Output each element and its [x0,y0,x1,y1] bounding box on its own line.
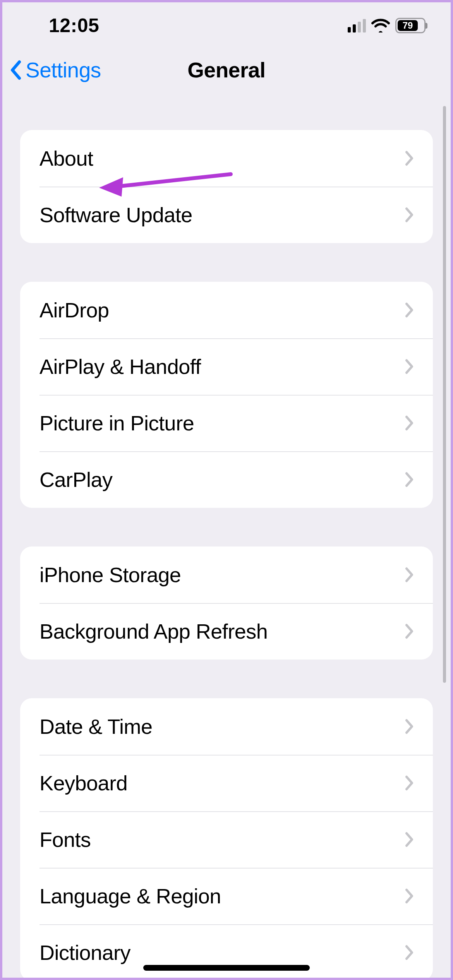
battery-percent: 79 [403,20,413,31]
row-label: Picture in Picture [39,411,405,435]
row-language-region[interactable]: Language & Region [20,868,433,924]
row-label: Language & Region [39,884,405,908]
row-label: Dictionary [39,941,405,965]
row-label: Keyboard [39,771,405,795]
chevron-right-icon [405,775,414,791]
row-label: AirDrop [39,298,405,322]
row-about[interactable]: About [20,130,433,187]
chevron-right-icon [405,888,414,904]
chevron-right-icon [405,302,414,318]
row-label: About [39,146,405,170]
chevron-right-icon [405,415,414,431]
status-bar: 12:05 79 [2,2,451,49]
row-date-time[interactable]: Date & Time [20,698,433,755]
home-indicator[interactable] [143,965,310,971]
row-iphone-storage[interactable]: iPhone Storage [20,547,433,603]
row-software-update[interactable]: Software Update [20,187,433,243]
chevron-right-icon [405,945,414,960]
chevron-right-icon [405,832,414,847]
back-label: Settings [26,58,101,82]
chevron-right-icon [405,624,414,639]
row-carplay[interactable]: CarPlay [20,451,433,508]
settings-group: AirDrop AirPlay & Handoff Picture in Pic… [20,282,433,508]
row-airplay-handoff[interactable]: AirPlay & Handoff [20,338,433,395]
row-fonts[interactable]: Fonts [20,811,433,868]
row-label: Software Update [39,203,405,227]
row-label: iPhone Storage [39,563,405,587]
row-label: CarPlay [39,468,405,492]
battery-icon: 79 [395,18,427,33]
chevron-right-icon [405,207,414,223]
row-label: Date & Time [39,714,405,738]
status-indicators: 79 [348,18,427,33]
navigation-bar: Settings General [2,49,451,91]
back-button[interactable]: Settings [9,49,101,91]
row-label: AirPlay & Handoff [39,355,405,379]
wifi-icon [371,19,390,33]
settings-group: Date & Time Keyboard Fonts Language & Re… [20,698,433,980]
settings-group: About Software Update [20,130,433,243]
settings-list[interactable]: About Software Update AirDrop AirPlay & … [2,91,451,980]
row-keyboard[interactable]: Keyboard [20,755,433,811]
row-label: Fonts [39,828,405,852]
chevron-right-icon [405,472,414,487]
row-picture-in-picture[interactable]: Picture in Picture [20,395,433,451]
row-label: Background App Refresh [39,619,405,643]
cellular-signal-icon [348,19,366,33]
row-dictionary[interactable]: Dictionary [20,924,433,980]
scrollbar[interactable] [443,106,446,683]
status-time: 12:05 [49,14,99,37]
settings-group: iPhone Storage Background App Refresh [20,547,433,660]
row-background-app-refresh[interactable]: Background App Refresh [20,603,433,660]
chevron-right-icon [405,719,414,734]
chevron-left-icon [9,60,22,81]
chevron-right-icon [405,567,414,583]
chevron-right-icon [405,151,414,166]
chevron-right-icon [405,359,414,374]
row-airdrop[interactable]: AirDrop [20,282,433,338]
